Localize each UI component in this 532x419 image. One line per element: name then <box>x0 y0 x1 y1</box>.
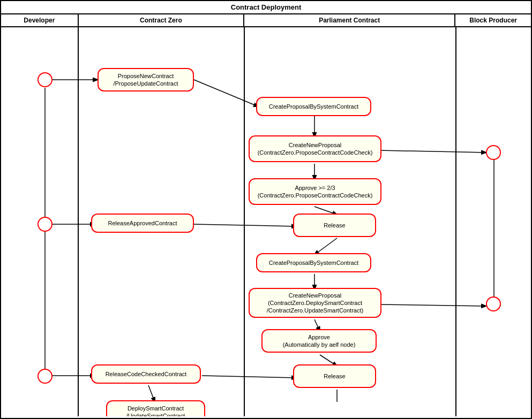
arrows-svg <box>1 27 531 416</box>
lane-divider-2 <box>244 27 245 416</box>
node-create-proposal-system-2: CreateProposalBySystemContract <box>256 253 371 272</box>
diagram-body: ProposeNewContract /ProposeUpdateContrac… <box>1 27 531 416</box>
svg-line-17 <box>379 150 486 153</box>
columns-header: Developer Contract Zero Parliament Contr… <box>1 14 531 27</box>
col-header-contract-zero: Contract Zero <box>79 14 244 26</box>
node-release-1: Release <box>293 214 376 237</box>
svg-line-13 <box>202 376 296 378</box>
circle-node-3 <box>38 217 53 232</box>
node-create-new-proposal-2: CreateNewProposal(ContractZero.DeploySma… <box>249 288 381 318</box>
diagram-title: Contract Deployment <box>1 1 531 14</box>
svg-line-2 <box>194 80 258 106</box>
circle-node-5 <box>38 369 53 384</box>
node-release-code-checked-contract: ReleaseCodeCheckedContract <box>91 364 201 384</box>
svg-line-7 <box>194 224 296 226</box>
node-create-new-proposal-1: CreateNewProposal(ContractZero.ProposeCo… <box>249 135 381 162</box>
node-deploy-smart-contract: DeploySmartContract/UpdateSmartContract <box>106 400 205 416</box>
circle-node-4 <box>486 296 501 311</box>
node-propose-new-contract: ProposeNewContract /ProposeUpdateContrac… <box>98 68 194 92</box>
svg-line-8 <box>314 238 337 255</box>
svg-line-18 <box>379 304 486 306</box>
node-approve-2: Approve(Automatically by aelf node) <box>261 329 377 353</box>
node-release-2: Release <box>293 364 376 388</box>
svg-line-15 <box>148 385 155 402</box>
lane-divider-3 <box>455 27 456 416</box>
circle-node-1 <box>38 72 53 87</box>
node-approve-1: Approve >= 2/3(ContractZero.ProposeContr… <box>249 178 381 205</box>
node-release-approved-contract: ReleaseApprovedContract <box>91 214 194 233</box>
col-header-developer: Developer <box>1 14 79 26</box>
col-header-block-producer: Block Producer <box>455 14 531 26</box>
diagram-wrapper: Contract Deployment Developer Contract Z… <box>0 0 532 419</box>
lane-divider-1 <box>78 27 79 416</box>
node-create-proposal-system-1: CreateProposalBySystemContract <box>256 97 371 116</box>
circle-node-2 <box>486 145 501 160</box>
col-header-parliament: Parliament Contract <box>244 14 455 26</box>
